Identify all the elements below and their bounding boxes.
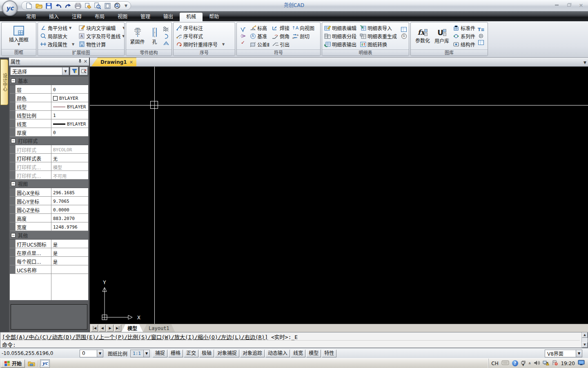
zoom-icon[interactable] [113, 2, 121, 9]
scale-dropdown[interactable]: 1:1 ▼ [130, 350, 150, 357]
status-toggle-7[interactable]: 线宽 [291, 350, 305, 357]
toggle-pickadd-button[interactable] [80, 67, 88, 75]
status-toggle-0[interactable]: 捕捉 [153, 350, 167, 357]
open-file-icon[interactable] [35, 2, 43, 9]
property-value[interactable]: BYLAYER [51, 102, 88, 110]
chamfer-button[interactable]: 倒角 [271, 32, 290, 40]
property-row[interactable]: 厚度0 [10, 128, 88, 137]
property-section-header[interactable]: −视图 [10, 180, 88, 188]
property-value[interactable]: 883.2070 [51, 214, 88, 222]
bom-regen-button[interactable]: 明细表重生成 [359, 32, 398, 40]
seq-rearrange-button[interactable]: 顺时针重排序号▼ [175, 40, 225, 48]
property-section-header[interactable]: −其他 [10, 231, 88, 240]
command-window[interactable]: [全部(A)/中心(C)/动态(D)/范围(E)/上一个(P)/比例(S)/窗口… [0, 332, 588, 348]
property-value[interactable] [51, 265, 88, 274]
property-value[interactable]: 9.7065 [51, 197, 88, 205]
property-value[interactable]: 无 [51, 154, 88, 162]
property-row[interactable]: 颜色BYLAYER [10, 94, 88, 102]
table-icon[interactable] [477, 39, 485, 46]
balloon-number-icon[interactable]: ① [400, 33, 408, 39]
new-file-icon[interactable] [25, 2, 33, 9]
yc-app-taskbar-button[interactable]: yc [40, 359, 50, 368]
property-row[interactable]: 宽度1248.9796 [10, 222, 88, 231]
ribbon-tab-3[interactable]: 布局 [88, 13, 111, 21]
collapse-icon[interactable]: − [11, 233, 16, 238]
text-style-icon[interactable]: T≡ [477, 26, 485, 33]
document-tab[interactable]: Drawing1 ✕ [91, 58, 136, 66]
design-center-tab[interactable]: 设计中心 [0, 59, 8, 105]
save-icon[interactable] [45, 2, 53, 9]
property-value[interactable]: 296.1685 [51, 188, 88, 196]
status-toggle-4[interactable]: 对象捕捉 [215, 350, 239, 357]
tolerance-button[interactable]: 公差Ⅱ [249, 40, 270, 48]
collapse-icon[interactable]: − [11, 139, 16, 143]
parametric-button[interactable]: fx 参数化 [414, 23, 432, 49]
property-row[interactable]: 圆心Y坐标9.7065 [10, 197, 88, 205]
property-value[interactable]: 1248.9796 [51, 222, 88, 231]
property-row[interactable]: 打印样式BYCOLOR [10, 145, 88, 154]
preview-icon[interactable] [103, 2, 111, 9]
fastener-button[interactable]: 紧固件 [128, 23, 147, 49]
property-row[interactable]: 高度883.2070 [10, 214, 88, 222]
scroll-up-icon[interactable]: ▲ [582, 332, 588, 338]
ribbon-tab-5[interactable]: 管理 [134, 13, 157, 21]
undo-icon[interactable] [54, 2, 62, 9]
print-icon[interactable] [74, 2, 82, 9]
property-row[interactable]: 在原点显...是 [10, 248, 88, 257]
section-button[interactable]: AA剖切 [291, 32, 315, 40]
series-parts-button[interactable]: 系列件 [452, 32, 476, 40]
property-row[interactable]: 每个视口...是 [10, 257, 88, 265]
property-row[interactable]: UCS名称 [10, 265, 88, 274]
property-value[interactable]: 是 [51, 257, 88, 265]
detail-view-button[interactable]: 局部放大 [39, 32, 75, 40]
leader-button[interactable]: 引出 [271, 40, 290, 48]
status-toggle-9[interactable]: 特性 [322, 350, 336, 357]
property-row[interactable]: 圆心X坐标296.1685 [10, 188, 88, 197]
layer-dropdown[interactable]: 0 ▼ [80, 350, 103, 357]
publish-icon[interactable] [84, 2, 92, 9]
status-toggle-5[interactable]: 对象追踪 [240, 350, 265, 357]
app-menu-button[interactable]: yc [2, 0, 18, 16]
sync-error-flag-icon[interactable] [552, 360, 558, 367]
quick-select-button[interactable] [70, 67, 78, 75]
property-row[interactable]: 打印样式...不可用 [10, 171, 88, 180]
properties-title-bar[interactable]: 属性 ✕ [9, 58, 89, 66]
block-text-edit-button[interactable]: 块内文字编辑▼ [78, 24, 125, 32]
ribbon-tab-7[interactable]: 机械 [180, 13, 203, 21]
standard-parts-button[interactable]: 标准件 [452, 24, 476, 32]
status-toggle-2[interactable]: 正交 [184, 350, 198, 357]
minimize-button[interactable] [552, 2, 561, 8]
property-row[interactable]: 层0 [10, 85, 88, 94]
ribbon-tab-1[interactable]: 插入 [42, 13, 65, 21]
bom-split-button[interactable]: 明细表分段 [323, 32, 357, 40]
seq-style-button[interactable]: 序号样式 [175, 32, 225, 40]
last-tab-button[interactable]: ▶| [114, 325, 121, 332]
status-toggle-3[interactable]: 极轴 [199, 350, 214, 357]
collapse-icon[interactable]: − [11, 79, 16, 83]
property-value[interactable]: BYLAYER [51, 119, 88, 128]
ribbon-tab-4[interactable]: 视图 [111, 13, 134, 21]
hole-button[interactable]: 孔 [149, 23, 161, 49]
collapse-icon[interactable]: − [11, 182, 16, 186]
command-prompt-line[interactable]: 命令: [2, 341, 580, 348]
prev-tab-button[interactable]: ◀ [99, 325, 106, 332]
close-icon[interactable]: ✕ [84, 59, 87, 64]
property-value[interactable]: 0.0000 [51, 205, 88, 213]
pin-icon[interactable] [78, 59, 82, 65]
close-tab-icon[interactable]: ✕ [129, 60, 133, 65]
insert-frame-button[interactable]: 插入图框 ▼ [7, 23, 31, 49]
close-button[interactable]: × [577, 2, 586, 8]
property-value[interactable]: 0 [51, 128, 88, 136]
angle-bisector-button[interactable]: ∠角平分线▼ [39, 24, 75, 32]
ribbon-tab-2[interactable]: 注释 [65, 13, 88, 21]
command-scrollbar[interactable]: ▲ ▼ [581, 332, 588, 348]
ui-scheme-dropdown[interactable]: V8界面 ▼ [545, 350, 582, 357]
user-library-button[interactable]: U 用户库 [433, 23, 451, 49]
bom-import-button[interactable]: 明细表导入 [359, 24, 398, 32]
hook-icon[interactable] [163, 33, 170, 39]
network-warning-icon[interactable]: ! [543, 360, 549, 367]
view-direction-button[interactable]: ↑A向视图 [291, 24, 315, 32]
keyboard-icon[interactable] [501, 360, 509, 366]
property-value[interactable]: 不可用 [51, 171, 88, 179]
start-button[interactable]: 开始 [1, 359, 25, 368]
